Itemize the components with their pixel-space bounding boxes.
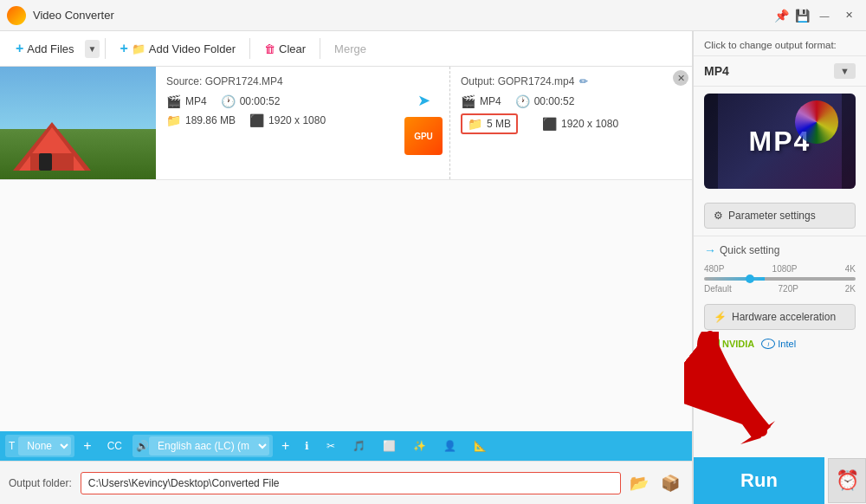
minimize-button[interactable]: —: [814, 7, 835, 24]
folder-size-icon: 📁: [166, 113, 181, 127]
param-settings-button[interactable]: ⚙ Parameter settings: [704, 203, 856, 229]
format-dropdown-button[interactable]: ▼: [834, 63, 856, 79]
format-name: MP4: [704, 64, 729, 78]
quality-slider-track[interactable]: [704, 277, 856, 281]
left-panel: + Add Files ▼ + 📁 Add Video Folder 🗑 Cle…: [0, 31, 693, 504]
trash-icon: 🗑: [264, 42, 275, 55]
alarm-icon: ⏰: [836, 469, 859, 492]
source-size-row: 📁 189.86 MB ⬛ 1920 x 1080: [166, 113, 387, 127]
output-folder-label: Output folder:: [9, 477, 72, 489]
film-strip-left: [704, 94, 718, 189]
add-folder-button[interactable]: + 📁 Add Video Folder: [111, 36, 244, 61]
text-overlay-section: T None: [5, 435, 74, 457]
tent-svg: [9, 120, 95, 172]
quality-slider-thumb: [746, 275, 754, 283]
arrow-divider: ➤ GPU: [397, 67, 449, 179]
output-format: 🎬 MP4: [461, 94, 501, 108]
browse-folder-button[interactable]: 📂: [626, 470, 652, 496]
main-container: + Add Files ▼ + 📁 Add Video Folder 🗑 Cle…: [0, 31, 866, 504]
audio-edit-button[interactable]: 🎵: [346, 436, 372, 456]
out-clock-icon: 🕐: [515, 94, 530, 108]
nvidia-icon: N: [704, 339, 720, 349]
add-folder-icon: +: [120, 41, 127, 56]
main-toolbar: + Add Files ▼ + 📁 Add Video Folder 🗑 Cle…: [0, 31, 692, 67]
source-label: Source: GOPR1724.MP4: [166, 75, 387, 87]
pin-icon[interactable]: 📌: [772, 7, 790, 24]
editing-toolbar: T None + CC 🔊 English aac (LC) (m + ℹ ✂ …: [0, 431, 692, 461]
color-burst: [795, 100, 838, 144]
crop-button[interactable]: ⬜: [376, 436, 403, 456]
close-button[interactable]: ✕: [838, 7, 859, 24]
alarm-button[interactable]: ⏰: [828, 458, 866, 503]
format-preview[interactable]: MP4: [704, 94, 856, 189]
file-thumbnail: [0, 67, 156, 179]
merge-button[interactable]: Merge: [326, 38, 375, 60]
watermark-button[interactable]: 👤: [436, 436, 463, 456]
output-path-input[interactable]: [81, 472, 621, 494]
effects-button[interactable]: ✨: [406, 436, 433, 456]
settings-icon: ⚙: [714, 210, 723, 222]
toolbar-separator-1: [105, 38, 106, 59]
out-format-icon: 🎬: [461, 94, 475, 108]
hw-icon: ⚡: [714, 311, 727, 323]
info-button[interactable]: ℹ: [298, 436, 316, 456]
output-footer: Output folder: 📂 📦: [0, 461, 692, 504]
res-icon: ⬛: [249, 113, 264, 127]
open-converted-button[interactable]: 📦: [657, 470, 683, 496]
source-info: Source: GOPR1724.MP4 🎬 MP4 🕐 00:00:52: [156, 67, 397, 179]
toolbar-separator-2: [249, 38, 250, 59]
close-file-button[interactable]: ✕: [673, 70, 688, 86]
toolbar-separator-3: [320, 38, 320, 59]
svg-rect-3: [39, 153, 52, 171]
window-controls: 📌 💾 — ✕: [772, 7, 859, 24]
output-size-highlight: 📁 5 MB: [461, 113, 518, 134]
clear-button[interactable]: 🗑 Clear: [255, 38, 314, 60]
trim-button[interactable]: ✂: [320, 436, 342, 456]
out-res-icon: ⬛: [542, 117, 557, 131]
audio-track-select[interactable]: English aac (LC) (m: [149, 436, 269, 456]
source-resolution: ⬛ 1920 x 1080: [249, 113, 326, 127]
source-format-row: 🎬 MP4 🕐 00:00:52: [166, 94, 387, 108]
source-size: 📁 189.86 MB: [166, 113, 236, 127]
clock-icon: 🕐: [221, 94, 236, 108]
text-none-select[interactable]: None: [18, 436, 71, 456]
audio-icon: 🔊: [136, 440, 149, 452]
intel-logo: i Intel: [761, 339, 796, 349]
sky-bg: [0, 67, 156, 129]
add-icon: +: [16, 41, 23, 56]
add-files-button[interactable]: + Add Files: [7, 36, 83, 61]
add-files-dropdown[interactable]: ▼: [85, 40, 100, 58]
add-text-button[interactable]: +: [78, 435, 96, 457]
subtitle-button[interactable]: 📐: [467, 436, 494, 456]
edit-icon[interactable]: ✏: [579, 75, 588, 87]
film-strip-right: [842, 94, 856, 189]
slider-labels-top: 480P 1080P 4K: [704, 264, 856, 274]
source-duration: 🕐 00:00:52: [221, 94, 281, 108]
hw-accel-button[interactable]: ⚡ Hardware acceleration: [704, 304, 856, 330]
title-bar: Video Converter 📌 💾 — ✕: [0, 0, 866, 31]
audio-section: 🔊 English aac (LC) (m: [132, 435, 273, 457]
run-button[interactable]: Run: [694, 457, 824, 504]
format-selector: MP4 ▼: [694, 56, 866, 87]
convert-arrow: ➤: [417, 91, 430, 110]
quick-setting-label: → Quick setting: [694, 236, 866, 261]
out-folder-icon: 📁: [468, 117, 482, 131]
output-size-row: 📁 5 MB ⬛ 1920 x 1080: [461, 113, 682, 134]
slider-labels-bot: Default 720P 2K: [704, 284, 856, 294]
gpu-logos: N NVIDIA i Intel: [694, 333, 866, 354]
app-logo: [7, 6, 26, 25]
output-format-row: 🎬 MP4 🕐 00:00:52: [461, 94, 682, 108]
nvidia-logo: N NVIDIA: [704, 339, 754, 349]
run-section: Run ⏰: [694, 457, 866, 504]
text-icon: T: [9, 440, 15, 452]
output-resolution: ⬛ 1920 x 1080: [542, 117, 618, 131]
cc-button[interactable]: CC: [100, 436, 129, 456]
quality-slider-area: 480P 1080P 4K Default 720P 2K: [694, 261, 866, 300]
source-format: 🎬 MP4: [166, 94, 207, 108]
format-icon: 🎬: [166, 94, 181, 108]
save-icon[interactable]: 💾: [793, 7, 811, 24]
arrow-icon: →: [704, 243, 716, 257]
output-info: Output: GOPR1724.mp4 ✏ 🎬 MP4 🕐 00:00:52: [449, 67, 692, 179]
intel-icon: i: [761, 339, 775, 349]
add-audio-button[interactable]: +: [276, 435, 294, 457]
